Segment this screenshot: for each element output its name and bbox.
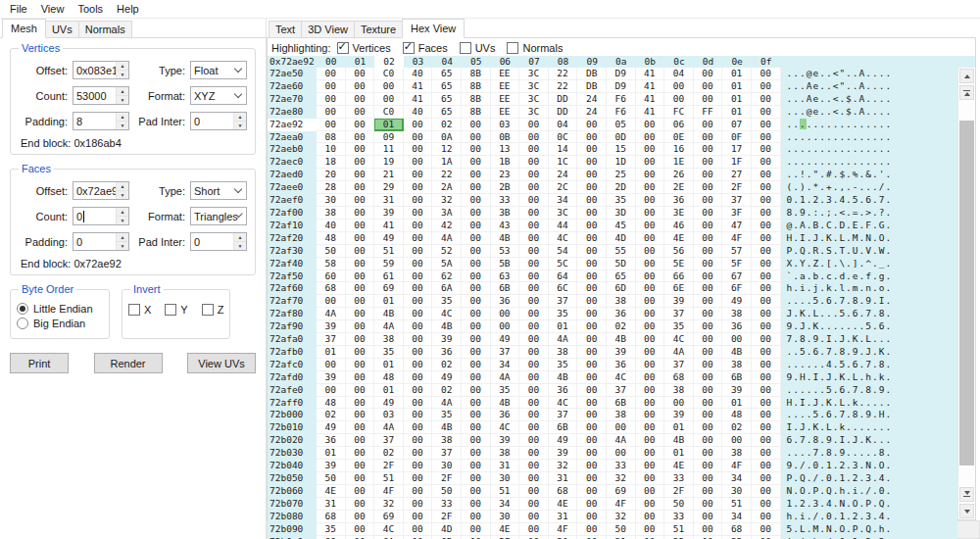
- vertical-scrollbar[interactable]: [957, 68, 975, 519]
- hex-byte[interactable]: 2F: [722, 181, 752, 194]
- hex-byte[interactable]: 69: [607, 485, 636, 498]
- hex-byte[interactable]: 38: [722, 308, 752, 320]
- hex-byte[interactable]: 37: [374, 434, 404, 447]
- hex-byte[interactable]: 38: [722, 447, 752, 460]
- hex-byte[interactable]: 00: [404, 143, 433, 156]
- hex-byte[interactable]: 00: [577, 434, 607, 447]
- hex-byte[interactable]: 69: [374, 282, 404, 295]
- hex-byte[interactable]: 00: [694, 143, 723, 156]
- menu-help[interactable]: Help: [110, 1, 146, 17]
- hex-byte[interactable]: 00: [577, 472, 607, 485]
- hex-ascii[interactable]: 9.H.I.J.K.L.h.k.: [781, 371, 958, 384]
- hex-byte[interactable]: 35: [432, 295, 462, 308]
- hex-byte[interactable]: 00: [752, 131, 781, 144]
- hex-byte[interactable]: 51: [374, 472, 404, 485]
- hex-byte[interactable]: 03: [374, 409, 404, 421]
- hex-byte[interactable]: 4B: [664, 434, 694, 447]
- hex-byte[interactable]: 4E: [317, 485, 346, 498]
- hex-byte[interactable]: 39: [317, 320, 346, 333]
- hex-byte[interactable]: 68: [317, 282, 346, 295]
- hex-byte[interactable]: 27: [722, 169, 752, 181]
- hex-byte[interactable]: 3C: [549, 207, 578, 220]
- hex-byte[interactable]: 2F: [432, 472, 462, 485]
- hex-ascii[interactable]: ...Ae..<"..A....: [781, 80, 958, 93]
- highlight-faces-checkbox[interactable]: Faces: [403, 42, 448, 54]
- scroll-bottom-button[interactable]: [959, 487, 974, 502]
- hex-byte[interactable]: 1C: [549, 156, 578, 169]
- hex-byte[interactable]: 00: [694, 472, 723, 485]
- hex-ascii[interactable]: 9.J.K.......5.6.: [781, 320, 958, 333]
- hex-byte[interactable]: 6F: [722, 282, 752, 295]
- hex-byte[interactable]: 39: [607, 346, 636, 359]
- hex-byte[interactable]: 34: [549, 194, 578, 207]
- hex-byte[interactable]: 56: [664, 245, 694, 258]
- hex-byte[interactable]: 62: [432, 270, 462, 283]
- hex-byte[interactable]: 30: [317, 194, 346, 207]
- hex-byte[interactable]: 00: [346, 220, 375, 232]
- hex-byte[interactable]: 07: [722, 119, 752, 131]
- hex-byte[interactable]: 4D: [432, 523, 462, 536]
- hex-byte[interactable]: 38: [549, 346, 578, 359]
- hex-ascii[interactable]: (.).*.+.,.-.../.: [781, 181, 958, 194]
- hex-byte[interactable]: DB: [577, 80, 607, 93]
- hex-byte[interactable]: 00: [577, 409, 607, 421]
- hex-byte[interactable]: F6: [607, 93, 636, 106]
- hex-byte[interactable]: 00: [636, 498, 665, 511]
- hex-byte[interactable]: 00: [519, 472, 549, 485]
- hex-byte[interactable]: 2F: [432, 511, 462, 523]
- hex-byte[interactable]: 00: [694, 511, 723, 523]
- hex-byte[interactable]: 00: [491, 320, 520, 333]
- hex-byte[interactable]: 24: [549, 169, 578, 181]
- hex-byte[interactable]: 00: [519, 181, 549, 194]
- hex-byte[interactable]: 00: [636, 460, 665, 472]
- hex-byte[interactable]: 00: [519, 511, 549, 523]
- hex-byte[interactable]: 41: [404, 93, 433, 106]
- hex-byte[interactable]: 10: [317, 143, 346, 156]
- hex-ascii[interactable]: h.i./.0.1.2.3.4.: [781, 511, 958, 523]
- little-endian-radio[interactable]: Little Endian: [17, 303, 103, 315]
- hex-byte[interactable]: 00: [694, 220, 723, 232]
- hex-ascii[interactable]: X.Y.Z.[.\.].^._.: [781, 258, 958, 270]
- hex-byte[interactable]: 30: [722, 485, 752, 498]
- hex-byte[interactable]: 3F: [722, 207, 752, 220]
- hex-byte[interactable]: 00: [694, 119, 723, 131]
- hex-byte[interactable]: 00: [722, 333, 752, 346]
- hex-byte[interactable]: 33: [491, 194, 520, 207]
- hex-ascii[interactable]: ..5.6.7.8.9.J.K.: [781, 346, 958, 359]
- faces-format-dropdown[interactable]: Triangles: [190, 207, 247, 225]
- hex-byte[interactable]: 41: [636, 80, 665, 93]
- hex-ascii[interactable]: 5.L.M.N.O.P.Q.h.: [781, 523, 958, 536]
- hex-ascii[interactable]: 9./.0.1.2.3.N.O.: [781, 460, 958, 472]
- hex-byte[interactable]: 30: [491, 511, 520, 523]
- hex-byte[interactable]: 00: [519, 282, 549, 295]
- hex-byte[interactable]: 00: [462, 270, 491, 283]
- hex-byte[interactable]: 00: [404, 119, 433, 131]
- hex-byte[interactable]: 00: [577, 333, 607, 346]
- hex-byte[interactable]: 66: [664, 270, 694, 283]
- hex-byte[interactable]: 00: [694, 434, 723, 447]
- hex-byte[interactable]: 4C: [607, 371, 636, 384]
- hex-byte[interactable]: 00: [636, 258, 665, 270]
- hex-byte[interactable]: 58: [317, 258, 346, 270]
- hex-ascii[interactable]: H.I.J.K.L.M.N.O.: [781, 232, 958, 245]
- hex-byte[interactable]: 00: [519, 447, 549, 460]
- hex-byte[interactable]: 32: [549, 460, 578, 472]
- hex-byte[interactable]: 01: [549, 320, 578, 333]
- hex-byte[interactable]: 49: [722, 295, 752, 308]
- hex-byte[interactable]: 00: [577, 421, 607, 434]
- hex-byte[interactable]: 41: [636, 68, 665, 80]
- hex-byte[interactable]: 5E: [664, 258, 694, 270]
- hex-byte[interactable]: 00: [404, 421, 433, 434]
- hex-byte[interactable]: 00: [404, 308, 433, 320]
- hex-ascii[interactable]: P.Q./.0.1.2.3.4.: [781, 472, 958, 485]
- hex-byte[interactable]: 02: [432, 384, 462, 397]
- hex-byte[interactable]: 00: [752, 156, 781, 169]
- hex-byte[interactable]: 61: [374, 270, 404, 283]
- view-uvs-button[interactable]: View UVs: [187, 353, 256, 373]
- hex-byte[interactable]: 39: [432, 333, 462, 346]
- hex-byte[interactable]: 00: [404, 523, 433, 536]
- hex-byte[interactable]: 6E: [664, 282, 694, 295]
- hex-ascii[interactable]: 0.1.2.3.4.5.6.7.: [781, 194, 958, 207]
- hex-ascii[interactable]: ................: [781, 131, 958, 144]
- hex-byte[interactable]: 57: [722, 245, 752, 258]
